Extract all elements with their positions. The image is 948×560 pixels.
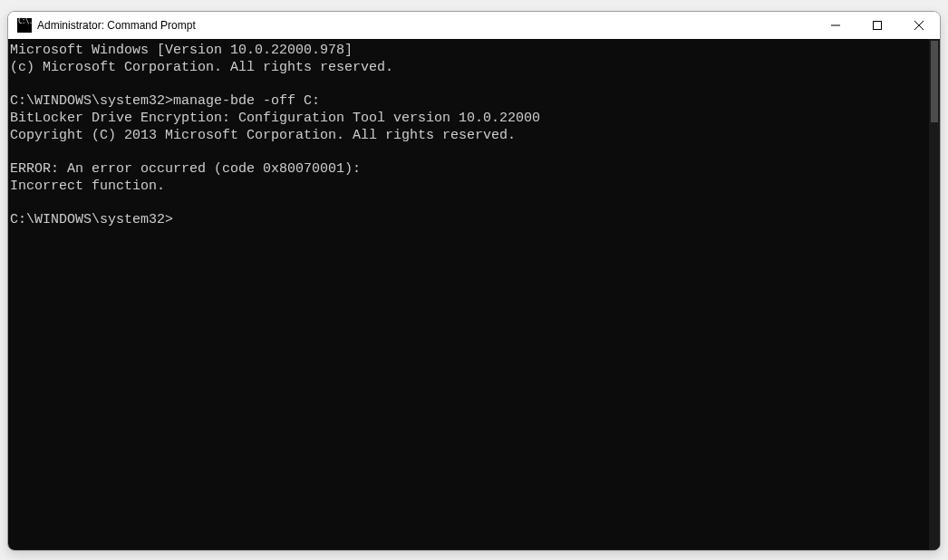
minimize-icon [831, 21, 840, 30]
maximize-icon [873, 21, 882, 30]
scrollbar-thumb[interactable] [931, 41, 938, 122]
minimize-button[interactable] [815, 12, 856, 39]
prompt-path: C:\WINDOWS\system32> [10, 93, 173, 109]
window-titlebar[interactable]: C:\. Administrator: Command Prompt [8, 12, 940, 39]
close-icon [914, 21, 924, 30]
command-prompt-window: C:\. Administrator: Command Prompt Micro… [7, 11, 941, 551]
output-error-line: Incorrect function. [10, 179, 165, 194]
output-line: Microsoft Windows [Version 10.0.22000.97… [10, 43, 353, 58]
cmd-icon: C:\. [17, 18, 32, 33]
command-input: manage-bde -off C: [173, 93, 320, 109]
svg-rect-1 [874, 22, 882, 30]
output-line: (c) Microsoft Corporation. All rights re… [10, 60, 393, 75]
output-line: BitLocker Drive Encryption: Configuratio… [10, 111, 540, 126]
output-error-line: ERROR: An error occurred (code 0x8007000… [10, 161, 361, 177]
window-title: Administrator: Command Prompt [37, 19, 815, 32]
output-line: Copyright (C) 2013 Microsoft Corporation… [10, 128, 516, 143]
close-button[interactable] [898, 12, 940, 39]
prompt-path: C:\WINDOWS\system32> [10, 212, 173, 227]
terminal-output[interactable]: Microsoft Windows [Version 10.0.22000.97… [8, 39, 929, 550]
maximize-button[interactable] [856, 12, 898, 39]
cmd-icon-glyph: C:\. [18, 18, 32, 25]
terminal-client-area: Microsoft Windows [Version 10.0.22000.97… [8, 39, 940, 550]
window-controls [815, 12, 940, 39]
vertical-scrollbar[interactable] [929, 39, 940, 550]
